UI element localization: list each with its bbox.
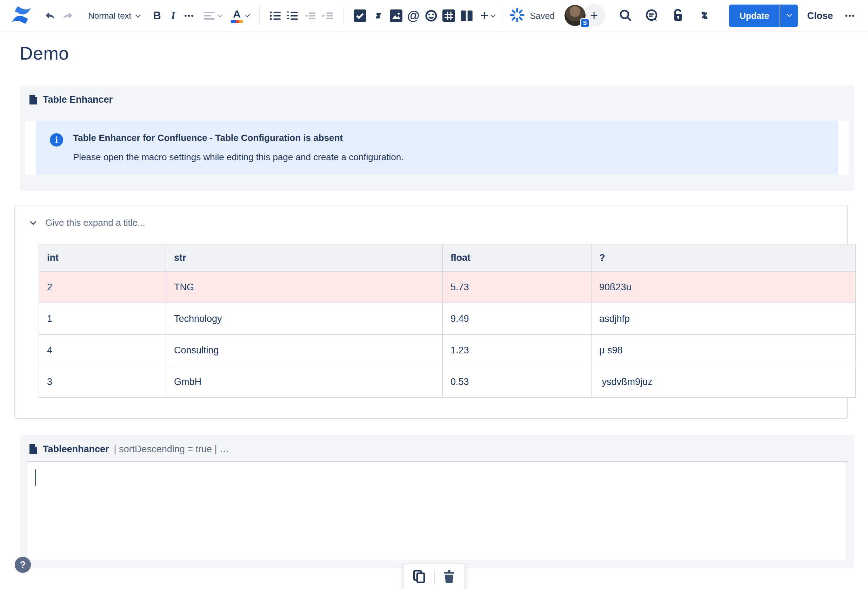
expand-header: Give this expand a title... bbox=[23, 215, 840, 231]
info-icon: i bbox=[50, 133, 63, 147]
table-row: 1Technology9.49asdjhfp bbox=[39, 303, 855, 334]
copy-link-button[interactable] bbox=[691, 9, 719, 24]
task-list-button[interactable] bbox=[351, 6, 369, 26]
save-status-text: Saved bbox=[530, 11, 555, 21]
more-formatting-button[interactable]: ••• bbox=[182, 6, 198, 26]
text-style-dropdown[interactable]: Normal text bbox=[89, 11, 140, 21]
data-table: intstrfloat? 2TNG5.7390ß23u1Technology9.… bbox=[38, 244, 856, 398]
numbered-list-icon bbox=[286, 10, 298, 21]
table-header-cell[interactable]: str bbox=[166, 244, 443, 271]
info-panel-title: Table Enhancer for Confluence - Table Co… bbox=[73, 133, 403, 143]
macro-header: Tableenhancer | sortDescending = true | … bbox=[25, 441, 849, 459]
numbered-list-button[interactable] bbox=[284, 6, 301, 26]
update-split-button: Update bbox=[729, 4, 798, 27]
text-style-label: Normal text bbox=[89, 11, 133, 21]
update-options-button[interactable] bbox=[779, 4, 798, 27]
unlock-button[interactable] bbox=[665, 9, 691, 24]
page-link-icon bbox=[697, 9, 712, 22]
bullet-list-button[interactable] bbox=[267, 6, 284, 26]
table-cell[interactable]: GmbH bbox=[166, 366, 443, 398]
unlock-icon bbox=[672, 9, 684, 22]
macro-name: Table Enhancer bbox=[43, 94, 113, 105]
editor-toolbar: Normal text B I ••• A bbox=[0, 0, 868, 32]
autosave-spinner-icon bbox=[509, 7, 525, 24]
insert-link-button[interactable] bbox=[369, 6, 388, 26]
confluence-logo-icon bbox=[10, 5, 32, 26]
macro-tableenhancer[interactable]: Tableenhancer | sortDescending = true | … bbox=[20, 435, 854, 568]
table-cell[interactable]: 2 bbox=[39, 271, 166, 303]
table-header-row: intstrfloat? bbox=[39, 244, 855, 271]
expand-chevron-icon[interactable] bbox=[30, 218, 36, 225]
table-cell[interactable]: 1.23 bbox=[443, 334, 591, 366]
indent-icon bbox=[322, 11, 334, 21]
close-button[interactable]: Close bbox=[807, 10, 833, 21]
outdent-icon bbox=[304, 11, 316, 21]
text-color-button[interactable]: A bbox=[228, 6, 252, 26]
table-row: 2TNG5.7390ß23u bbox=[39, 271, 855, 303]
bold-button[interactable]: B bbox=[149, 6, 165, 26]
expand-title-placeholder[interactable]: Give this expand a title... bbox=[45, 217, 145, 228]
text-cursor bbox=[35, 470, 36, 486]
layouts-button[interactable] bbox=[458, 6, 477, 26]
editor-content: Demo Table Enhancer i Table Enhancer for… bbox=[0, 32, 868, 568]
table-cell[interactable]: asdjhfp bbox=[591, 303, 855, 334]
emoji-button[interactable] bbox=[422, 6, 440, 26]
table-cell[interactable]: Technology bbox=[166, 303, 443, 334]
table-cell[interactable]: 90ß23u bbox=[591, 271, 855, 303]
table-cell[interactable]: Consulting bbox=[166, 334, 443, 366]
table-cell[interactable]: 3 bbox=[39, 366, 166, 398]
emoji-icon bbox=[425, 9, 437, 22]
macro-header: Table Enhancer bbox=[25, 91, 849, 110]
delete-button[interactable] bbox=[440, 568, 459, 586]
update-button[interactable]: Update bbox=[729, 4, 780, 27]
collaborators: + S bbox=[564, 4, 603, 27]
insert-more-button[interactable]: + bbox=[477, 6, 493, 26]
document-icon bbox=[29, 443, 38, 455]
align-text-icon bbox=[204, 10, 215, 21]
task-checkbox-icon bbox=[354, 9, 366, 22]
link-icon bbox=[372, 9, 385, 22]
table-header-cell[interactable]: ? bbox=[591, 244, 855, 271]
italic-button[interactable]: I bbox=[165, 6, 182, 26]
expand-block: Give this expand a title... intstrfloat?… bbox=[14, 205, 848, 419]
toolbar-divider bbox=[344, 7, 344, 25]
toolbar-divider bbox=[434, 570, 435, 584]
macro-body-editor[interactable] bbox=[27, 461, 847, 561]
table-cell[interactable]: 4 bbox=[39, 334, 166, 366]
table-cell[interactable]: µ s98 bbox=[591, 334, 855, 366]
insert-table-button[interactable] bbox=[440, 6, 458, 26]
outdent-button[interactable] bbox=[301, 6, 319, 26]
macro-body: i Table Enhancer for Confluence - Table … bbox=[25, 121, 849, 175]
table-cell[interactable]: 1 bbox=[39, 303, 166, 334]
alignment-button[interactable] bbox=[201, 6, 225, 26]
table-cell[interactable]: 0.53 bbox=[443, 366, 591, 398]
insert-image-button[interactable] bbox=[387, 6, 405, 26]
mention-button[interactable]: @ bbox=[405, 6, 422, 26]
search-icon bbox=[619, 9, 632, 22]
copy-button[interactable] bbox=[409, 568, 429, 586]
macro-params: | sortDescending = true | … bbox=[114, 444, 229, 455]
overflow-menu-button[interactable]: ••• bbox=[842, 6, 858, 26]
inline-comment-button[interactable] bbox=[639, 9, 665, 23]
undo-button[interactable] bbox=[41, 6, 59, 26]
layouts-icon bbox=[460, 9, 474, 22]
toolbar-divider bbox=[502, 7, 502, 25]
table-header-cell[interactable]: int bbox=[39, 244, 166, 271]
table-row: 4Consulting1.23µ s98 bbox=[39, 334, 855, 366]
help-button[interactable]: ? bbox=[15, 557, 31, 573]
macro-table-enhancer[interactable]: Table Enhancer i Table Enhancer for Conf… bbox=[20, 85, 854, 191]
search-button[interactable] bbox=[613, 9, 639, 23]
copy-icon bbox=[413, 570, 425, 583]
image-icon bbox=[390, 9, 402, 22]
table-cell[interactable]: TNG bbox=[166, 271, 443, 303]
table-cell[interactable]: 5.73 bbox=[443, 271, 591, 303]
table-cell[interactable]: 9.49 bbox=[443, 303, 591, 334]
table-icon bbox=[443, 9, 455, 22]
indent-button[interactable] bbox=[319, 6, 337, 26]
table-header-cell[interactable]: float bbox=[443, 244, 591, 271]
table-row: 3GmbH0.53 ysdvßm9juz bbox=[39, 366, 855, 398]
redo-button[interactable] bbox=[59, 6, 77, 26]
page-title[interactable]: Demo bbox=[20, 43, 854, 64]
table-cell[interactable]: ysdvßm9juz bbox=[591, 366, 855, 398]
info-panel-text: Please open the macro settings while edi… bbox=[73, 152, 403, 163]
